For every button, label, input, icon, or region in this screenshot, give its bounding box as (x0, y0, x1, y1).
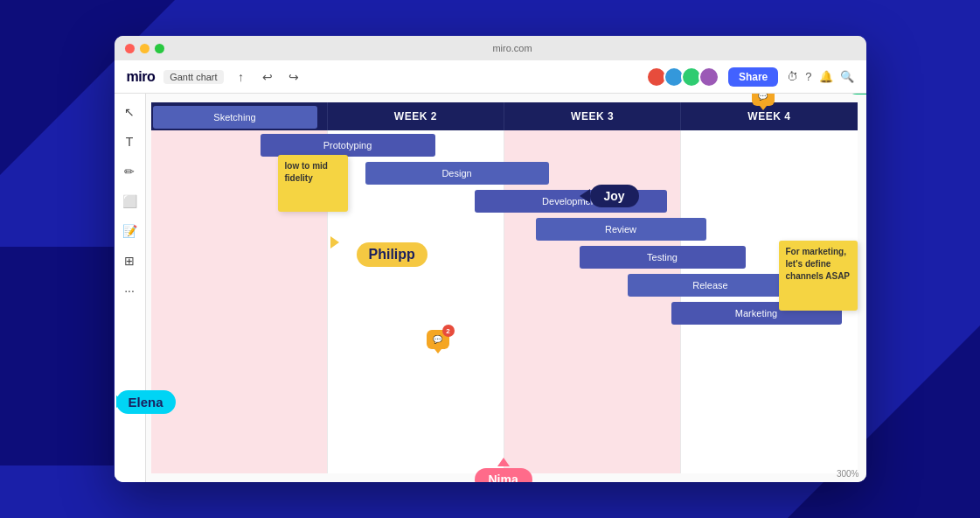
chart-type-tag[interactable]: Gantt chart (163, 70, 223, 84)
sticky-marketing-text: For marketing, let's define channels ASA… (786, 247, 851, 281)
sticky-fidelity-text: low to mid fidelity (285, 161, 328, 183)
share-button[interactable]: Share (728, 67, 778, 87)
comment-bubble-1[interactable]: 💬 11 (752, 94, 775, 106)
sticky-marketing[interactable]: For marketing, let's define channels ASA… (779, 241, 858, 311)
undo-icon[interactable]: ↩ (259, 68, 276, 86)
nima-cursor-arrow (497, 458, 510, 466)
minimize-dot[interactable] (140, 44, 149, 53)
upload-icon[interactable]: ↑ (233, 68, 250, 86)
pen-tool[interactable]: ✏ (118, 160, 141, 183)
shape-tool[interactable]: ⬜ (118, 190, 141, 213)
comment-icon-1: 💬 (758, 94, 768, 101)
grid-tool[interactable]: ⊞ (118, 249, 141, 272)
help-icon[interactable]: ? (805, 70, 811, 83)
bar-release-label: Release (692, 280, 727, 290)
gantt-bars: Sketching Prototyping Design Development… (151, 102, 858, 473)
gantt-chart: WEEK 1 WEEK 2 WEEK 3 WEEK 4 Sketching (151, 102, 858, 473)
bar-review[interactable]: Review (536, 218, 706, 241)
more-tool[interactable]: ··· (118, 279, 141, 302)
sidebar-tools: ↖ T ✏ ⬜ 📝 ⊞ ··· (115, 94, 146, 482)
joy-name: Joy (604, 189, 625, 203)
search-icon[interactable]: 🔍 (840, 70, 854, 83)
cursor-tool[interactable]: ↖ (118, 101, 141, 123)
joy-cursor-arrow (580, 189, 590, 203)
url-bar[interactable]: miro.com (170, 43, 856, 53)
elena-cursor-label: Elena (116, 390, 176, 414)
philipp-name: Philipp (369, 247, 415, 262)
debbie-cursor-label: Debbie (844, 94, 866, 94)
joy-cursor-label: Joy (590, 185, 639, 207)
text-tool[interactable]: T (118, 130, 141, 153)
sticky-fidelity[interactable]: low to mid fidelity (278, 155, 348, 212)
bar-review-label: Review (605, 224, 636, 234)
zoom-indicator: 300% (837, 469, 859, 479)
toolbar: miro Gantt chart ↑ ↩ ↪ Share ⏱ ? 🔔 🔍 (115, 60, 866, 94)
canvas: ↖ T ✏ ⬜ 📝 ⊞ ··· WEEK 1 WEEK 2 WEEK 3 WEE… (115, 94, 866, 482)
bar-sketching-label: Sketching (213, 112, 255, 122)
titlebar: miro.com (115, 36, 866, 60)
elena-name: Elena (129, 395, 163, 410)
comment-badge-2: 2 (442, 325, 455, 337)
philipp-cursor-label: Philipp (357, 242, 427, 267)
maximize-dot[interactable] (155, 44, 164, 53)
browser-window: miro.com miro Gantt chart ↑ ↩ ↪ Share ⏱ … (115, 36, 866, 482)
redo-icon[interactable]: ↪ (285, 68, 302, 86)
avatar-4 (699, 66, 719, 88)
nima-cursor-label: Nima (475, 468, 532, 482)
miro-logo: miro (127, 69, 156, 85)
bar-prototyping-label: Prototyping (323, 140, 372, 150)
close-dot[interactable] (125, 44, 135, 53)
bell-icon[interactable]: 🔔 (819, 70, 833, 83)
bar-testing-label: Testing (647, 252, 678, 262)
toolbar-actions: ⏱ ? 🔔 🔍 (787, 70, 853, 83)
bar-marketing-label: Marketing (735, 308, 777, 318)
bar-testing[interactable]: Testing (580, 246, 746, 269)
bar-design-label: Design (441, 168, 471, 178)
timer-icon[interactable]: ⏱ (787, 70, 798, 83)
bar-design[interactable]: Design (365, 162, 549, 185)
sticky-tool[interactable]: 📝 (118, 220, 141, 242)
bar-prototyping[interactable]: Prototyping (261, 134, 435, 157)
collaborators (650, 66, 719, 88)
bar-release[interactable]: Release (628, 274, 794, 297)
bar-sketching[interactable]: Sketching (153, 106, 317, 129)
comment-bubble-2[interactable]: 💬 2 (427, 330, 449, 349)
bg-shape-left (0, 247, 114, 466)
comment-icon-2: 💬 (433, 335, 442, 344)
philipp-cursor-arrow (330, 236, 339, 248)
nima-name: Nima (489, 472, 518, 482)
